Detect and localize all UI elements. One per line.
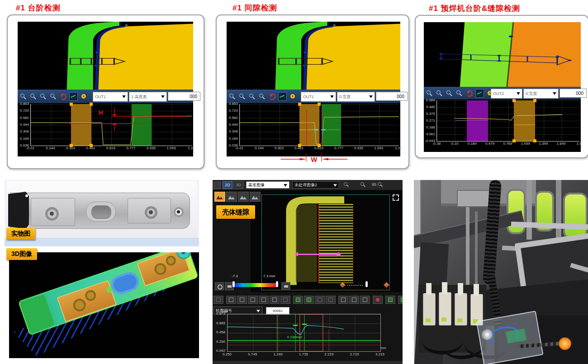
reset-view-icon[interactable] bbox=[465, 90, 473, 97]
zoom-area-icon[interactable] bbox=[259, 296, 269, 304]
x-tick-label: 0.461 bbox=[294, 147, 303, 150]
color-scale-bar[interactable] bbox=[234, 283, 277, 287]
expand-icon[interactable] bbox=[393, 194, 399, 201]
x-tick-label: -0.01 bbox=[235, 147, 243, 150]
mask-icon[interactable] bbox=[315, 296, 325, 304]
zoom-in-icon[interactable] bbox=[343, 181, 350, 188]
intensity-image-button[interactable] bbox=[238, 192, 249, 202]
layers-icon[interactable] bbox=[213, 296, 223, 304]
base-image-select[interactable]: 基准图像 bbox=[246, 181, 289, 189]
zoom-out-icon[interactable] bbox=[436, 90, 443, 97]
fit-screen-icon[interactable] bbox=[377, 181, 384, 188]
zoom-out-icon[interactable] bbox=[29, 93, 37, 100]
measure-select[interactable]: 0:宽度 bbox=[337, 92, 375, 102]
x-tick-label: 0.745 bbox=[248, 353, 257, 356]
overlay-icon[interactable] bbox=[360, 296, 370, 304]
scale-max-handle[interactable] bbox=[276, 281, 278, 287]
zoom-in-icon[interactable] bbox=[19, 93, 27, 100]
x-tick-label: 2.229 bbox=[324, 353, 333, 356]
roi-icon[interactable] bbox=[326, 296, 336, 304]
tab-2d[interactable]: 2D bbox=[223, 181, 232, 189]
zoom-out-icon[interactable] bbox=[237, 296, 247, 304]
chevron-down-icon bbox=[284, 184, 287, 187]
x-tick-label: 0.303 bbox=[66, 147, 75, 150]
x-tick-label: 3.215 bbox=[375, 353, 384, 356]
clamp-sticker bbox=[457, 318, 462, 322]
prewelder-profile-graph: 0.5840.4800.3750.2710.1660.061-0.043 -0.… bbox=[424, 99, 581, 152]
scale-options-button[interactable] bbox=[281, 282, 290, 290]
zoom-reset-icon[interactable] bbox=[248, 296, 258, 304]
x-tick-label: 0.189 bbox=[468, 142, 477, 146]
color-scale-toggle[interactable] bbox=[215, 282, 224, 290]
height-map bbox=[424, 22, 581, 87]
y-tick-label: 0.444 bbox=[20, 123, 29, 127]
step-height-image bbox=[18, 22, 193, 90]
toolbar-icon-group bbox=[426, 87, 494, 99]
zoom-area-icon[interactable] bbox=[258, 93, 266, 100]
x-axis-labels: -0.010.1440.3030.4610.6190.7770.9351.093… bbox=[239, 147, 398, 152]
edit-icon[interactable] bbox=[349, 296, 359, 304]
zoom-in-icon[interactable] bbox=[228, 93, 236, 100]
y-tick-label: 0.720 bbox=[20, 109, 29, 113]
zoom-fit-icon[interactable] bbox=[39, 93, 47, 100]
reset-view-icon[interactable] bbox=[59, 93, 67, 100]
height-annotation: H bbox=[99, 109, 103, 116]
menu-icon[interactable] bbox=[213, 182, 221, 189]
profile-image-button[interactable] bbox=[226, 192, 237, 202]
y-tick-label: 0.873 bbox=[216, 312, 225, 316]
profile-display-icon[interactable] bbox=[278, 92, 287, 101]
measure-value-box[interactable]: 000 bbox=[376, 92, 408, 101]
out-select[interactable]: OUT1 bbox=[301, 92, 336, 102]
x-tick-label: 1.059 bbox=[521, 142, 530, 146]
chevron-down-icon bbox=[369, 95, 373, 98]
out-select[interactable]: OUT1 bbox=[93, 92, 128, 102]
measure-select[interactable]: 1:高度差 bbox=[129, 92, 167, 102]
gap-toolbar: OUT1 0:宽度 000 bbox=[227, 90, 400, 103]
export-icon[interactable] bbox=[385, 296, 395, 304]
zoom-fit-icon[interactable] bbox=[248, 93, 256, 100]
zoom-out-icon[interactable] bbox=[238, 93, 246, 100]
copy-icon[interactable] bbox=[338, 296, 348, 304]
profile-display-icon[interactable] bbox=[475, 89, 484, 98]
y-tick-label: 0.582 bbox=[20, 116, 29, 120]
measure-select[interactable]: 0:宽度 bbox=[523, 89, 559, 99]
threed-label: 3D图像 bbox=[6, 248, 37, 260]
y-axis-labels: 0.8530.7200.5820.4440.3060.1690.036 bbox=[18, 104, 30, 146]
measure-value-box[interactable]: 000 bbox=[560, 89, 587, 98]
height-image-button[interactable] bbox=[214, 192, 225, 202]
y-tick-label: 0.169 bbox=[20, 137, 29, 141]
gap-pointer-arrow bbox=[296, 254, 338, 255]
report-icon[interactable] bbox=[398, 296, 403, 304]
photo-shape bbox=[526, 180, 532, 240]
profile-display-icon[interactable] bbox=[69, 92, 78, 101]
pan-icon[interactable] bbox=[270, 296, 280, 304]
measure-value-box[interactable]: 000 bbox=[168, 92, 200, 101]
reset-view-icon[interactable] bbox=[268, 93, 276, 100]
x-axis-labels: 0.2500.7451.2401.7352.2292.7203.215 bbox=[227, 353, 380, 358]
scale-max: 7.3 mm bbox=[263, 274, 275, 278]
x-tick-label: 0.935 bbox=[354, 147, 363, 150]
scale-min-handle[interactable] bbox=[232, 281, 235, 287]
mini-slider[interactable] bbox=[347, 285, 363, 286]
processed-image-select[interactable]: 未处理图像2 bbox=[292, 181, 339, 189]
record-icon[interactable] bbox=[373, 296, 383, 304]
position-image-button[interactable] bbox=[250, 192, 261, 202]
zoom-area-icon[interactable] bbox=[455, 90, 463, 97]
settings-icon[interactable] bbox=[289, 93, 297, 100]
step-profile-graph: 0.8530.7200.5820.4440.3060.1690.036 H bbox=[18, 103, 193, 156]
zoom-percent: 95 bbox=[372, 182, 376, 187]
contour-trace bbox=[228, 314, 380, 351]
zoom-area-icon[interactable] bbox=[49, 93, 57, 100]
measure-icon[interactable] bbox=[280, 296, 290, 304]
zoom-in-icon[interactable] bbox=[226, 296, 236, 304]
region-green-icon[interactable] bbox=[304, 296, 314, 304]
grid-compare-icon[interactable] bbox=[293, 296, 303, 304]
zoom-fit-icon[interactable] bbox=[446, 90, 453, 97]
settings-icon[interactable] bbox=[80, 93, 88, 100]
out-select[interactable]: OUT2 bbox=[491, 89, 522, 99]
zoom-out-icon[interactable] bbox=[360, 181, 366, 188]
clamp-plunger bbox=[426, 283, 432, 295]
tab-3d[interactable]: 3D bbox=[233, 181, 243, 189]
zoom-in-icon[interactable] bbox=[426, 90, 433, 97]
mini-slider-handle[interactable] bbox=[365, 281, 368, 287]
